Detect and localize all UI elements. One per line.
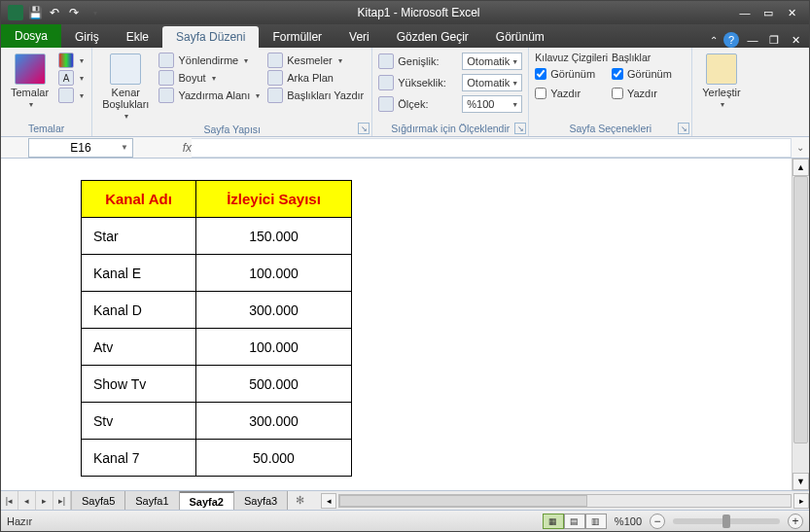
- width-combo[interactable]: Otomatik: [462, 53, 522, 70]
- page-setup-dialog-launcher[interactable]: ↘: [358, 123, 370, 134]
- table-cell[interactable]: 50.000: [196, 440, 352, 477]
- sheet-nav-next[interactable]: ▸: [36, 491, 53, 510]
- table-cell[interactable]: 100.000: [196, 255, 352, 292]
- name-box[interactable]: E16: [28, 138, 133, 158]
- ribbon-minimize-icon[interactable]: ⌃: [710, 35, 718, 46]
- scale-spinner[interactable]: %100: [462, 95, 522, 113]
- table-row[interactable]: Kanal D300.000: [82, 292, 352, 329]
- table-row[interactable]: Star150.000: [82, 218, 352, 255]
- group-page-setup: Kenar Boşlukları ▾ Yönlendirme▾ Boyut▾ Y…: [92, 48, 372, 136]
- breaks-button[interactable]: Kesmeler▾: [265, 52, 366, 69]
- page-layout-view-button[interactable]: ▤: [564, 514, 585, 529]
- workbook-restore-button[interactable]: ❐: [766, 33, 782, 47]
- quick-access-toolbar: 💾 ↶ ↷ ▾: [1, 4, 110, 21]
- workbook-minimize-button[interactable]: —: [745, 33, 760, 47]
- save-icon[interactable]: 💾: [26, 4, 44, 21]
- sheet-tab-sayfa2[interactable]: Sayfa2: [180, 491, 234, 510]
- hscroll-right-button[interactable]: ▸: [793, 493, 809, 509]
- hscroll-left-button[interactable]: ◂: [321, 493, 336, 509]
- worksheet-area[interactable]: Kanal Adıİzleyici Sayısı Star150.000Kana…: [1, 159, 809, 490]
- table-header: İzleyici Sayısı: [196, 181, 352, 218]
- formula-input[interactable]: [192, 138, 792, 158]
- table-row[interactable]: Stv300.000: [82, 403, 352, 440]
- tab-sayfa-düzeni[interactable]: Sayfa Düzeni: [162, 26, 259, 48]
- table-cell[interactable]: Star: [82, 218, 196, 255]
- table-cell[interactable]: 300.000: [196, 292, 352, 329]
- workbook-close-button[interactable]: ✕: [788, 33, 803, 47]
- table-cell[interactable]: Kanal 7: [82, 440, 196, 477]
- hscroll-thumb[interactable]: [339, 495, 587, 507]
- table-cell[interactable]: Atv: [82, 329, 196, 366]
- qat-dropdown-icon[interactable]: ▾: [87, 4, 104, 21]
- headings-view-checkbox[interactable]: Görünüm: [612, 65, 672, 83]
- sheet-nav-first[interactable]: |◂: [1, 491, 18, 510]
- help-icon[interactable]: ?: [723, 32, 739, 48]
- table-row[interactable]: Kanal E100.000: [82, 255, 352, 292]
- minimize-button[interactable]: —: [735, 5, 755, 20]
- table-cell[interactable]: 100.000: [196, 329, 352, 366]
- maximize-button[interactable]: ▭: [758, 5, 778, 20]
- tab-formüller[interactable]: Formüller: [259, 26, 335, 48]
- fx-icon[interactable]: fx: [183, 141, 192, 155]
- zoom-in-button[interactable]: +: [788, 514, 803, 529]
- redo-icon[interactable]: ↷: [65, 4, 83, 21]
- theme-colors-button[interactable]: ▾: [56, 52, 86, 69]
- zoom-out-button[interactable]: −: [650, 514, 665, 529]
- themes-button[interactable]: Temalar ▾: [7, 52, 53, 111]
- margins-button[interactable]: Kenar Boşlukları ▾: [98, 52, 153, 123]
- scroll-thumb[interactable]: [793, 176, 808, 443]
- size-button[interactable]: Boyut▾: [157, 69, 262, 87]
- table-row[interactable]: Atv100.000: [82, 329, 352, 366]
- print-area-button[interactable]: Yazdırma Alanı▾: [157, 87, 262, 104]
- table-row[interactable]: Kanal 750.000: [82, 440, 352, 477]
- tab-görünüm[interactable]: Görünüm: [482, 26, 558, 48]
- gridlines-print-checkbox[interactable]: Yazdır: [535, 85, 608, 102]
- scroll-down-button[interactable]: ▼: [792, 473, 809, 490]
- tab-ekle[interactable]: Ekle: [113, 26, 162, 48]
- vertical-scrollbar[interactable]: ▲ ▼: [792, 159, 809, 490]
- horizontal-scrollbar[interactable]: ◂ ▸: [321, 491, 809, 510]
- headings-print-checkbox[interactable]: Yazdır: [612, 85, 672, 102]
- formula-bar-expand-icon[interactable]: ⌄: [792, 142, 809, 153]
- arrange-button[interactable]: Yerleştir ▾: [698, 52, 744, 111]
- theme-fonts-button[interactable]: A▾: [56, 69, 86, 87]
- effects-icon: [58, 88, 74, 103]
- new-sheet-button[interactable]: ✻: [288, 491, 311, 510]
- orientation-button[interactable]: Yönlendirme▾: [157, 52, 262, 69]
- table-row[interactable]: Show Tv500.000: [82, 366, 352, 403]
- tab-file[interactable]: Dosya: [1, 24, 61, 48]
- sheet-nav-last[interactable]: ▸|: [53, 491, 71, 510]
- table-cell[interactable]: 500.000: [196, 366, 352, 403]
- sheet-options-dialog-launcher[interactable]: ↘: [678, 123, 689, 134]
- table-cell[interactable]: Kanal E: [82, 255, 196, 292]
- breaks-icon: [267, 53, 283, 68]
- table-cell[interactable]: Kanal D: [82, 292, 196, 329]
- sheet-tab-sayfa5[interactable]: Sayfa5: [72, 491, 125, 510]
- scroll-up-button[interactable]: ▲: [792, 159, 809, 176]
- scale-dialog-launcher[interactable]: ↘: [514, 123, 526, 134]
- background-button[interactable]: Arka Plan: [265, 69, 366, 87]
- gridlines-view-checkbox[interactable]: Görünüm: [535, 65, 608, 83]
- normal-view-button[interactable]: ▦: [543, 514, 564, 529]
- zoom-slider[interactable]: [673, 518, 780, 524]
- print-titles-icon: [267, 88, 283, 103]
- sheet-nav-prev[interactable]: ◂: [18, 491, 36, 510]
- tab-gözden-geçir[interactable]: Gözden Geçir: [383, 26, 482, 48]
- table-cell[interactable]: Show Tv: [82, 366, 196, 403]
- excel-logo-icon[interactable]: [7, 4, 24, 21]
- close-button[interactable]: ✕: [782, 5, 801, 20]
- table-cell[interactable]: 300.000: [196, 403, 352, 440]
- sheet-tab-sayfa1[interactable]: Sayfa1: [125, 491, 179, 510]
- table-cell[interactable]: 150.000: [196, 218, 352, 255]
- height-combo[interactable]: Otomatik: [462, 74, 522, 91]
- table-cell[interactable]: Stv: [82, 403, 196, 440]
- zoom-level[interactable]: %100: [615, 515, 642, 527]
- tab-giriş[interactable]: Giriş: [61, 26, 113, 48]
- tab-veri[interactable]: Veri: [335, 26, 383, 48]
- theme-effects-button[interactable]: ▾: [56, 87, 86, 104]
- sheet-tab-sayfa3[interactable]: Sayfa3: [234, 491, 288, 510]
- print-titles-button[interactable]: Başlıkları Yazdır: [265, 87, 366, 104]
- page-break-view-button[interactable]: ▥: [585, 514, 607, 529]
- undo-icon[interactable]: ↶: [46, 4, 63, 21]
- themes-icon: [15, 53, 46, 85]
